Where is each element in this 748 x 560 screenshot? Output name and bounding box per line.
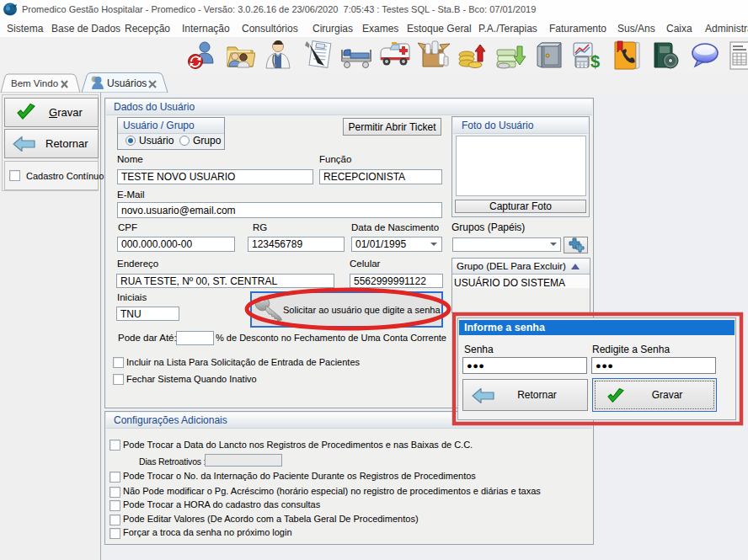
svg-text:Usuários: Usuários [107, 77, 147, 89]
svg-text:Bem Vindo: Bem Vindo [11, 78, 58, 88]
svg-text:$: $ [590, 52, 600, 71]
